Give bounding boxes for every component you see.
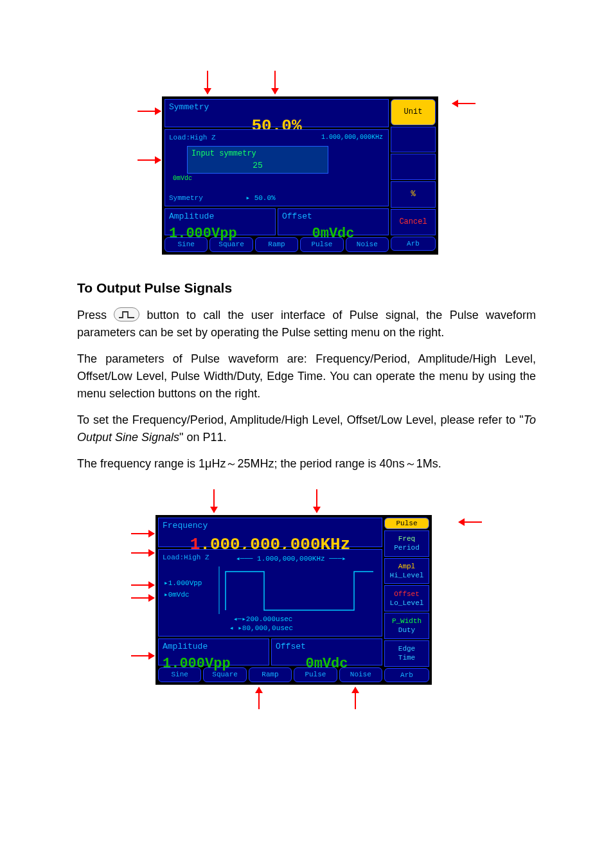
arrow-left-1 [138, 111, 161, 112]
f2-arrow-left-5 [131, 655, 154, 656]
para-1: Press button to call the user interface … [77, 307, 536, 341]
side-unit-button[interactable]: Unit [391, 99, 436, 125]
offset-title: Offset [278, 209, 388, 223]
para-3: To set the Frequency/Period, Amplitude/H… [77, 411, 536, 446]
symmetry-title: Symmetry [165, 100, 388, 114]
f2-offset-title: Offset [272, 639, 382, 653]
arrow-right-1 [452, 103, 475, 104]
side-blank-1 [391, 127, 436, 153]
f2-side-arb[interactable]: Arb [384, 668, 429, 683]
figure-pulse: Frequency 1.000,000,000KHz Load:High Z ◂… [77, 489, 536, 708]
para-2: The parameters of Pulse waveform are: Fr… [77, 350, 536, 402]
para-4: The frequency range is 1μHz～25MHz; the p… [77, 455, 536, 473]
f2-side-pwidth-duty[interactable]: P_Width Duty [384, 613, 429, 639]
frequency-title: Frequency [159, 518, 382, 532]
fig2-top-arrows [155, 489, 458, 515]
scope-pulse: Frequency 1.000,000,000KHz Load:High Z ◂… [155, 515, 432, 685]
f2-side-pulse[interactable]: Pulse [384, 518, 429, 529]
amplitude-value[interactable]: 1.000Vpp [165, 223, 275, 247]
side-blank-2 [391, 154, 436, 180]
f2-side-offset-lo[interactable]: Offset Lo_Level [384, 585, 429, 611]
f2-arrow-right-1 [459, 521, 482, 523]
fig2-bottom-arrows [155, 685, 458, 708]
f2-side-ampl-hi[interactable]: Ampl Hi_Level [384, 558, 429, 584]
f2-amplitude-title: Amplitude [159, 639, 269, 653]
fig1-top-arrows [162, 71, 451, 96]
offset-value[interactable]: 0mVdc [278, 223, 388, 247]
f2-offset-value[interactable]: 0mVdc [272, 653, 382, 677]
input-symmetry-value[interactable]: 25 [191, 159, 324, 172]
arrow-left-2 [138, 159, 161, 161]
side-cancel-button[interactable]: Cancel [391, 209, 436, 235]
pulse-button-icon [114, 307, 139, 321]
section-title: To Output Pulse Signals [77, 278, 536, 298]
scope-symmetry: Symmetry 50.0% Load:High Z 1.000,000,000… [162, 96, 438, 255]
f2-amplitude-value[interactable]: 1.000Vpp [159, 653, 269, 677]
f2-arrow-left-3 [131, 584, 154, 586]
f2-arrow-left-2 [131, 552, 154, 554]
f2-side-freq-period[interactable]: Freq Period [384, 530, 429, 557]
input-symmetry-label: Input symmetry [191, 148, 324, 159]
figure-symmetry: Symmetry 50.0% Load:High Z 1.000,000,000… [77, 71, 536, 255]
side-percent-button[interactable]: % [391, 181, 436, 208]
amplitude-title: Amplitude [165, 209, 275, 223]
f2-arrow-left-1 [131, 533, 154, 534]
f2-arrow-left-4 [131, 597, 154, 599]
f2-side-edge-time[interactable]: Edge Time [384, 640, 429, 667]
side-arb-button[interactable]: Arb [391, 237, 436, 251]
